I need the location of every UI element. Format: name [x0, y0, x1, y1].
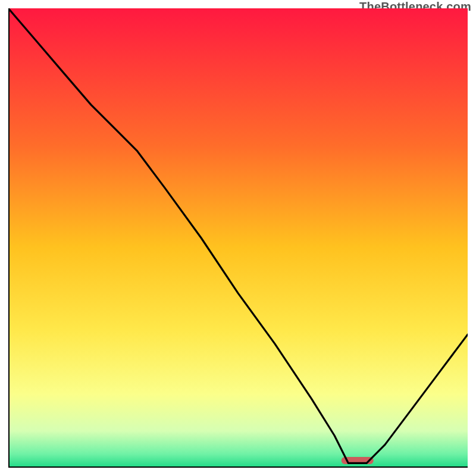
chart-svg — [8, 8, 468, 468]
chart-container: TheBottleneck.com — [0, 0, 476, 476]
plot-area — [8, 8, 468, 468]
gradient-background — [8, 8, 468, 468]
